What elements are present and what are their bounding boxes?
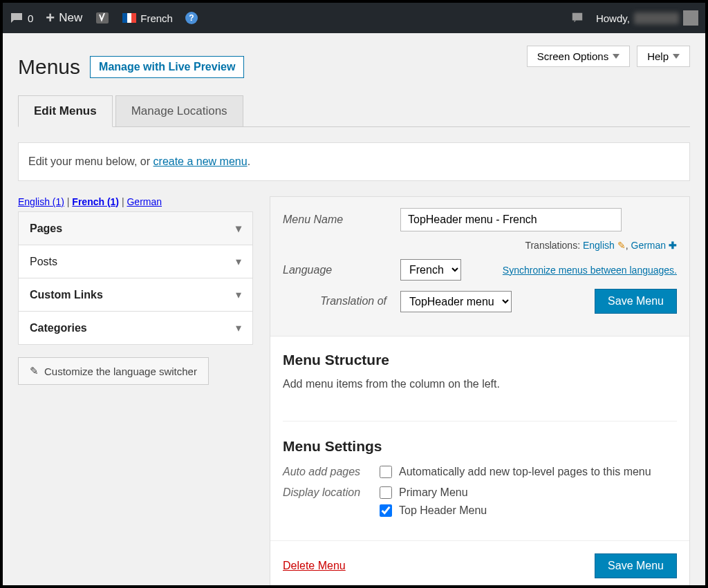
screen-options-label: Screen Options — [537, 50, 608, 62]
lang-label: French — [140, 12, 173, 24]
auto-add-pages-checkbox[interactable] — [380, 466, 392, 478]
howdy-label: Howdy, — [596, 12, 630, 24]
page-title: Menus Manage with Live Preview — [18, 55, 244, 79]
comments-link[interactable]: 0 — [10, 11, 33, 25]
menu-structure-heading: Menu Structure — [283, 352, 677, 368]
save-menu-button-bottom[interactable]: Save Menu — [595, 553, 677, 578]
menu-edit-panel: Menu Name Translations: English ✎, Germa… — [270, 196, 690, 588]
translation-english-link[interactable]: English — [583, 240, 615, 251]
sync-menus-link[interactable]: Synchronize menus between languages. — [503, 265, 677, 276]
yoast-icon — [95, 10, 110, 26]
chevron-down-icon: ▾ — [236, 321, 241, 334]
help-label: Help — [647, 50, 669, 62]
new-label: New — [59, 11, 82, 25]
live-preview-button[interactable]: Manage with Live Preview — [90, 56, 244, 78]
create-new-menu-link[interactable]: create a new menu — [153, 155, 248, 167]
language-link[interactable]: French — [122, 12, 173, 24]
comments-count: 0 — [28, 12, 33, 24]
username-blurred: user — [634, 12, 679, 24]
translation-german-link[interactable]: German — [631, 240, 667, 251]
comment-icon — [10, 11, 24, 25]
notice-prefix: Edit your menu below, or — [28, 155, 153, 167]
language-filter: English (1) | French (1) | German — [18, 196, 253, 207]
screen-meta: Screen Options Help — [527, 46, 690, 67]
accordion-posts-label: Posts — [30, 256, 57, 268]
avatar-icon — [683, 10, 698, 26]
account-link[interactable]: Howdy, user — [596, 10, 698, 26]
nav-tabs: Edit Menus Manage Locations — [18, 95, 690, 127]
menu-structure-text: Add menu items from the column on the le… — [283, 378, 677, 390]
menu-settings-heading: Menu Settings — [283, 438, 677, 455]
seo-link[interactable] — [95, 10, 110, 26]
adminbar-help[interactable]: ? — [185, 12, 198, 24]
location-primary-checkbox[interactable] — [380, 486, 392, 499]
delete-menu-link[interactable]: Delete Menu — [283, 560, 346, 572]
auto-add-pages-text: Automatically add new top-level pages to… — [399, 466, 651, 478]
admin-bar: 0 + New French ? Howdy, user — [3, 3, 705, 33]
notifications-link[interactable] — [571, 11, 584, 26]
menu-name-label: Menu Name — [283, 214, 386, 226]
help-button[interactable]: Help — [637, 46, 690, 67]
location-primary-text: Primary Menu — [399, 486, 468, 499]
chevron-down-icon: ▾ — [236, 255, 241, 268]
edit-menu-notice: Edit your menu below, or create a new me… — [18, 142, 690, 181]
svg-rect-1 — [572, 12, 582, 20]
translations-label: Translations: — [525, 240, 583, 251]
edit-icon[interactable]: ✎ — [617, 240, 626, 251]
location-topheader-option[interactable]: Top Header Menu — [380, 504, 487, 517]
accordion-custom-links-label: Custom Links — [30, 289, 103, 301]
chevron-down-icon: ▾ — [236, 222, 241, 235]
help-icon: ? — [185, 12, 198, 24]
accordion-categories-label: Categories — [30, 322, 87, 334]
flag-fr-icon — [122, 13, 136, 23]
page-title-text: Menus — [18, 55, 80, 79]
tab-edit-menus[interactable]: Edit Menus — [18, 95, 113, 127]
lang-filter-english[interactable]: English (1) — [18, 196, 64, 207]
translation-of-label: Translation of — [283, 295, 386, 307]
auto-add-pages-label: Auto add pages — [283, 466, 373, 478]
chevron-down-icon — [613, 54, 620, 59]
new-content-link[interactable]: + New — [46, 9, 82, 27]
tab-manage-locations[interactable]: Manage Locations — [115, 95, 243, 126]
divider — [283, 421, 677, 421]
auto-add-pages-option[interactable]: Automatically add new top-level pages to… — [380, 466, 651, 478]
save-menu-button-top[interactable]: Save Menu — [595, 289, 677, 314]
accordion-pages[interactable]: Pages ▾ — [19, 212, 252, 245]
lang-filter-french[interactable]: French (1) — [72, 196, 119, 207]
menu-items-accordion: Pages ▾ Posts ▾ Custom Links ▾ Categorie… — [18, 211, 253, 345]
plus-icon: + — [46, 9, 55, 27]
language-select[interactable]: French — [400, 259, 461, 281]
accordion-posts[interactable]: Posts ▾ — [19, 245, 252, 278]
location-topheader-checkbox[interactable] — [380, 504, 392, 517]
pencil-icon: ✎ — [30, 365, 39, 377]
location-topheader-text: Top Header Menu — [399, 504, 487, 517]
chevron-down-icon — [673, 54, 680, 59]
add-icon[interactable]: ✚ — [669, 240, 677, 251]
customize-language-switcher-button[interactable]: ✎ Customize the language switcher — [18, 357, 209, 385]
menu-name-input[interactable] — [400, 208, 622, 231]
language-label: Language — [283, 264, 386, 276]
customize-label: Customize the language switcher — [44, 366, 197, 377]
screen-options-button[interactable]: Screen Options — [527, 46, 630, 67]
display-location-label: Display location — [283, 486, 373, 499]
speech-icon — [571, 11, 584, 26]
location-primary-option[interactable]: Primary Menu — [380, 486, 487, 499]
lang-filter-german[interactable]: German — [127, 196, 162, 207]
chevron-down-icon: ▾ — [236, 288, 241, 301]
accordion-categories[interactable]: Categories ▾ — [19, 312, 252, 344]
notice-suffix: . — [248, 155, 250, 167]
translation-of-select[interactable]: TopHeader menu — [400, 291, 512, 312]
translations-line: Translations: English ✎, German ✚ — [283, 240, 677, 251]
accordion-pages-label: Pages — [30, 222, 62, 235]
accordion-custom-links[interactable]: Custom Links ▾ — [19, 278, 252, 312]
